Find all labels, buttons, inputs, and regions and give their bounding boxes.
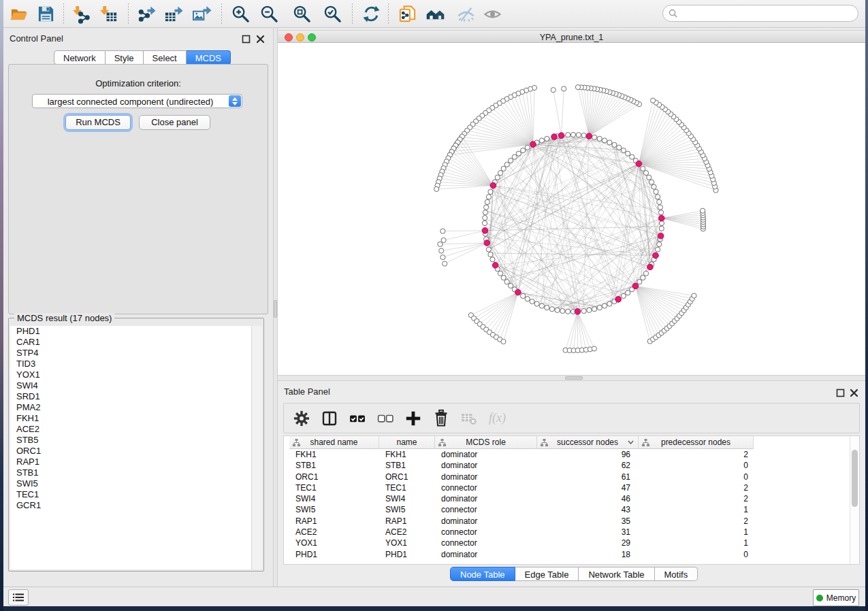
table-row[interactable]: ACE2ACE2connector311	[284, 527, 850, 538]
save-session-icon[interactable]	[33, 3, 58, 25]
select-stepper-icon	[229, 95, 241, 107]
mcds-result-item[interactable]: FKH1	[10, 413, 252, 424]
mcds-result-item[interactable]: ACE2	[10, 424, 252, 435]
export-network-icon[interactable]	[134, 3, 159, 25]
run-mcds-button[interactable]: Run MCDS	[65, 115, 131, 130]
mcds-list-scrollbar[interactable]	[251, 326, 262, 569]
tab-mcds[interactable]: MCDS	[187, 50, 231, 65]
add-row-icon[interactable]	[405, 410, 421, 427]
cell-predecessor_nodes: 1	[639, 504, 748, 515]
first-neighbors-icon[interactable]	[423, 3, 447, 25]
zoom-selected-icon[interactable]	[320, 3, 344, 25]
mcds-result-item[interactable]: PMA2	[10, 402, 252, 413]
float-window-icon[interactable]	[836, 388, 845, 397]
network-graph[interactable]	[278, 43, 865, 376]
cell-name: YOX1	[385, 538, 435, 548]
hide-selected-icon[interactable]	[453, 3, 478, 25]
mcds-result-list[interactable]: PHD1CAR1STP4TID3YOX1SWI4SRD1PMA2FKH1ACE2…	[10, 326, 252, 569]
table-row[interactable]: TEC1TEC1connector472	[284, 482, 850, 493]
tab-select[interactable]: Select	[144, 50, 187, 65]
table-row[interactable]: FKH1FKH1dominator962	[284, 449, 850, 460]
mcds-result-item[interactable]: SWI5	[10, 478, 252, 489]
deselect-all-icon[interactable]	[377, 410, 393, 427]
optimization-criterion-select[interactable]: largest connected component (undirected)	[32, 94, 242, 108]
tab-style[interactable]: Style	[106, 50, 144, 65]
delete-rows-icon[interactable]	[433, 410, 449, 427]
duplicate-network-icon[interactable]	[395, 3, 419, 25]
open-session-icon[interactable]	[6, 3, 31, 25]
column-header-predecessor-nodes[interactable]: predecessor nodes	[639, 436, 754, 449]
cell-successor_nodes: 31	[537, 527, 630, 538]
mcds-result-item[interactable]: CAR1	[10, 337, 252, 348]
close-panel-icon[interactable]	[850, 388, 858, 397]
scrollbar-thumb[interactable]	[852, 450, 858, 507]
memory-status-icon	[816, 595, 823, 601]
zoom-fit-icon[interactable]	[289, 3, 314, 25]
tab-motifs[interactable]: Motifs	[655, 567, 698, 581]
table-row[interactable]: YOX1YOX1connector291	[284, 538, 850, 548]
column-header-successor-nodes[interactable]: successor nodes	[537, 436, 639, 449]
tab-edge-table[interactable]: Edge Table	[515, 567, 579, 581]
table-toolbar: f(x)	[283, 403, 860, 433]
mcds-result-item[interactable]: RAP1	[10, 457, 252, 467]
tab-network[interactable]: Network	[54, 50, 106, 65]
search-input[interactable]	[681, 8, 852, 19]
tab-node-table[interactable]: Node Table	[450, 567, 515, 581]
cell-name: SWI5	[385, 504, 435, 515]
cell-mcds_role: dominator	[441, 516, 537, 527]
table-row[interactable]: ORC1ORC1dominator610	[284, 472, 850, 482]
close-panel-icon[interactable]	[256, 34, 265, 43]
select-all-icon[interactable]	[349, 410, 366, 427]
table-row[interactable]: SWI4SWI4dominator462	[284, 493, 850, 504]
control-panel-title: Control Panel	[10, 33, 63, 44]
splitter-handle[interactable]	[274, 300, 277, 318]
memory-button[interactable]: Memory	[813, 589, 859, 606]
import-table-icon[interactable]	[96, 3, 120, 25]
zoom-in-icon[interactable]	[228, 3, 253, 25]
mcds-result-item[interactable]: SRD1	[10, 391, 252, 402]
cell-mcds_role: connector	[441, 538, 537, 548]
refresh-icon[interactable]	[359, 3, 383, 25]
mcds-result-item[interactable]: SWI4	[10, 380, 252, 391]
mcds-result-item[interactable]: STB1	[10, 467, 252, 478]
cell-mcds_role: connector	[441, 527, 537, 538]
splitter-handle[interactable]	[565, 376, 583, 380]
cell-mcds_role: dominator	[441, 460, 537, 471]
horizontal-splitter[interactable]	[278, 375, 865, 381]
column-settings-icon[interactable]	[293, 410, 310, 427]
table-scrollbar[interactable]	[850, 436, 859, 564]
mcds-result-item[interactable]: TEC1	[10, 489, 252, 500]
float-window-icon[interactable]	[242, 34, 251, 43]
manage-columns-icon[interactable]	[321, 410, 338, 427]
table-row[interactable]: SWI5SWI5connector431	[284, 504, 850, 515]
network-canvas[interactable]	[278, 43, 865, 375]
zoom-out-icon[interactable]	[257, 3, 281, 25]
optimization-criterion-label: Optimization criterion:	[9, 78, 268, 88]
control-panel: Control Panel NetworkStyleSelectMCDS Opt…	[3, 28, 273, 587]
network-window-titlebar[interactable]: YPA_prune.txt_1	[278, 30, 865, 43]
mcds-result-item[interactable]: STP4	[10, 348, 252, 359]
close-panel-button[interactable]: Close panel	[139, 115, 210, 130]
column-header-name[interactable]: name	[379, 436, 435, 449]
mcds-result-item[interactable]: STB5	[10, 435, 252, 446]
table-row[interactable]: RAP1RAP1dominator352	[284, 516, 850, 527]
show-all-icon[interactable]	[480, 3, 504, 25]
cell-predecessor_nodes: 2	[639, 449, 748, 460]
tab-network-table[interactable]: Network Table	[579, 567, 654, 581]
export-image-icon[interactable]	[189, 3, 214, 25]
export-table-icon[interactable]	[161, 3, 186, 25]
cell-name: TEC1	[385, 482, 435, 493]
mcds-result-item[interactable]: YOX1	[10, 369, 252, 380]
import-network-icon[interactable]	[69, 3, 93, 25]
column-header-shared-name[interactable]: shared name	[289, 436, 379, 449]
table-row[interactable]: STB1STB1dominator620	[284, 460, 850, 471]
table-panel-title: Table Panel	[284, 386, 330, 397]
mcds-result-item[interactable]: TID3	[10, 359, 252, 369]
mcds-result-item[interactable]: ORC1	[10, 446, 252, 457]
task-history-button[interactable]	[8, 589, 29, 606]
column-header-MCDS-role[interactable]: MCDS role	[435, 436, 537, 449]
mcds-result-item[interactable]: PHD1	[10, 326, 252, 337]
vertical-splitter[interactable]	[273, 28, 278, 587]
mcds-result-item[interactable]: GCR1	[10, 500, 252, 511]
table-row[interactable]: PHD1PHD1dominator180	[284, 549, 850, 560]
